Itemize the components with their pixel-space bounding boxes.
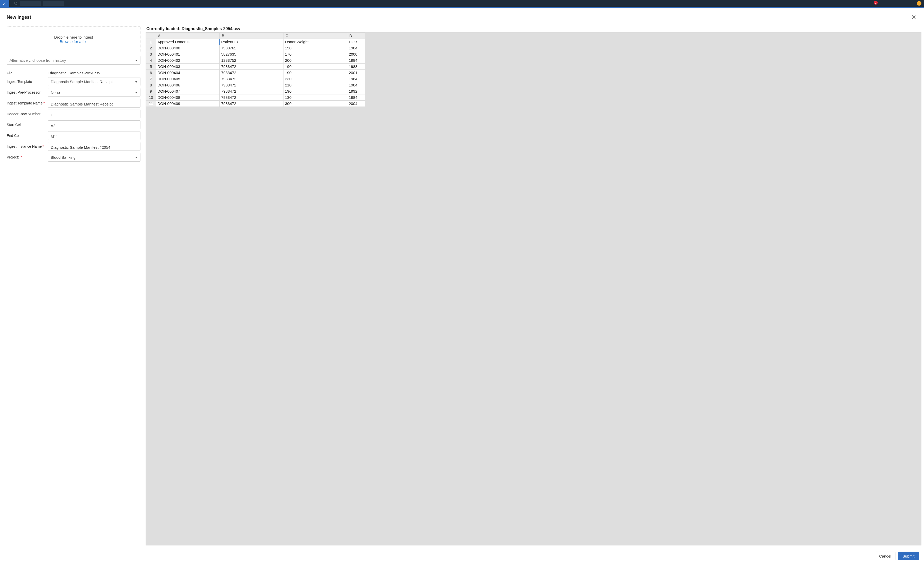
template-name-input[interactable]	[48, 99, 141, 108]
preproc-label: Ingest Pre-Processor	[7, 90, 45, 95]
cell[interactable]: 1283752	[220, 57, 284, 63]
cell[interactable]: 1984	[347, 45, 365, 51]
app-logo	[14, 2, 18, 5]
cell[interactable]: 2004	[347, 101, 365, 107]
cell[interactable]: 190	[284, 88, 347, 95]
row-header[interactable]: 10	[146, 95, 156, 101]
spreadsheet-preview[interactable]: ABCD1Approved Donor IDPatient IDDonor We…	[146, 32, 921, 545]
cell[interactable]: 1984	[347, 95, 365, 101]
cell[interactable]: 190	[284, 63, 347, 70]
end-cell-input[interactable]	[48, 131, 141, 140]
cell[interactable]: 1988	[347, 63, 365, 70]
cell[interactable]: DON-000407	[156, 88, 220, 95]
file-dropzone[interactable]: Drop file here to ingest Browse for a fi…	[7, 27, 141, 52]
row-header[interactable]: 6	[146, 70, 156, 76]
cell[interactable]: 2001	[347, 70, 365, 76]
history-placeholder: Alternatively, choose from history	[9, 58, 66, 63]
instance-name-input[interactable]	[48, 142, 141, 151]
header-row-input[interactable]	[48, 110, 141, 118]
cell[interactable]: DON-000400	[156, 45, 220, 51]
app-topbar: 1	[0, 0, 924, 7]
cancel-button[interactable]: Cancel	[875, 551, 896, 560]
cell[interactable]: 130	[284, 95, 347, 101]
col-header-C[interactable]: C	[284, 33, 347, 39]
cell[interactable]: 150	[284, 45, 347, 51]
row-header[interactable]: 8	[146, 82, 156, 88]
cell[interactable]: 170	[284, 51, 347, 57]
template-value: Diagnostic Sample Manifest Receipt	[51, 80, 112, 84]
cell[interactable]: 1984	[347, 57, 365, 63]
col-header-A[interactable]: A	[156, 33, 220, 39]
project-select[interactable]: Blood Banking	[48, 153, 141, 162]
browse-file-link[interactable]: Browse for a file	[60, 39, 87, 44]
cell[interactable]: 200	[284, 57, 347, 63]
cell[interactable]: 1992	[347, 88, 365, 95]
row-header[interactable]: 7	[146, 76, 156, 82]
cell[interactable]: 7983472	[220, 82, 284, 88]
modal-title: New Ingest	[7, 15, 31, 20]
template-select[interactable]: Diagnostic Sample Manifest Receipt	[48, 77, 141, 86]
cell[interactable]: 2000	[347, 51, 365, 57]
edit-icon[interactable]	[0, 0, 9, 7]
cell[interactable]: 210	[284, 82, 347, 88]
col-header-B[interactable]: B	[220, 33, 284, 39]
cell[interactable]: 1984	[347, 76, 365, 82]
cell[interactable]: 1984	[347, 82, 365, 88]
project-label: Project: *	[7, 155, 45, 159]
cell[interactable]: DON-000401	[156, 51, 220, 57]
cell[interactable]: 7983472	[220, 63, 284, 70]
row-header[interactable]: 11	[146, 101, 156, 107]
project-value: Blood Banking	[51, 155, 76, 159]
row-header[interactable]: 1	[146, 39, 156, 45]
start-cell-label: Start Cell	[7, 123, 45, 127]
cell[interactable]: 7983472	[220, 101, 284, 107]
cell[interactable]: 7938762	[220, 45, 284, 51]
sheet-corner[interactable]	[146, 33, 156, 39]
header-row-label: Header Row Number	[7, 112, 45, 116]
row-header[interactable]: 9	[146, 88, 156, 95]
file-value: Diagnostic_Samples-2054.csv	[48, 71, 100, 75]
svg-point-0	[14, 2, 17, 5]
modal-body: Drop file here to ingest Browse for a fi…	[0, 23, 924, 549]
history-select[interactable]: Alternatively, choose from history	[7, 56, 141, 65]
preview-pane: Currently loaded: Diagnostic_Samples-205…	[146, 27, 921, 545]
avatar[interactable]	[917, 1, 921, 6]
end-cell-label: End Cell	[7, 134, 45, 138]
cell[interactable]: 7983472	[220, 88, 284, 95]
cell[interactable]: 7983472	[220, 76, 284, 82]
close-icon[interactable]: ✕	[910, 13, 917, 21]
cell[interactable]: DON-000402	[156, 57, 220, 63]
cell[interactable]: Approved Donor ID	[156, 39, 220, 45]
cell[interactable]: DON-000404	[156, 70, 220, 76]
row-header[interactable]: 5	[146, 63, 156, 70]
cell[interactable]: 230	[284, 76, 347, 82]
row-header[interactable]: 2	[146, 45, 156, 51]
cell[interactable]: Patient ID	[220, 39, 284, 45]
cell[interactable]: DON-000406	[156, 82, 220, 88]
submit-button[interactable]: Submit	[898, 551, 919, 560]
cell[interactable]: DON-000409	[156, 101, 220, 107]
cell[interactable]: 190	[284, 70, 347, 76]
notification-badge[interactable]: 1	[874, 1, 878, 5]
cell[interactable]: 7983472	[220, 95, 284, 101]
preproc-select[interactable]: None	[48, 88, 141, 97]
start-cell-input[interactable]	[48, 120, 141, 129]
cell[interactable]: Donor Weight	[284, 39, 347, 45]
modal-footer: Cancel Submit	[0, 549, 924, 565]
cell[interactable]: DON-000408	[156, 95, 220, 101]
row-header[interactable]: 4	[146, 57, 156, 63]
template-name-label: Ingest Template Name*	[7, 101, 45, 105]
template-label: Ingest Template	[7, 80, 45, 84]
col-header-D[interactable]: D	[347, 33, 365, 39]
row-header[interactable]: 3	[146, 51, 156, 57]
dropzone-text: Drop file here to ingest	[54, 35, 93, 39]
currently-loaded-label: Currently loaded: Diagnostic_Samples-205…	[146, 27, 921, 31]
cell[interactable]: 300	[284, 101, 347, 107]
cell[interactable]: DOB	[347, 39, 365, 45]
new-ingest-modal: New Ingest ✕ Drop file here to ingest Br…	[0, 8, 924, 565]
file-label: File	[7, 71, 45, 75]
cell[interactable]: DON-000403	[156, 63, 220, 70]
cell[interactable]: 7983472	[220, 70, 284, 76]
cell[interactable]: DON-000405	[156, 76, 220, 82]
cell[interactable]: 5827635	[220, 51, 284, 57]
